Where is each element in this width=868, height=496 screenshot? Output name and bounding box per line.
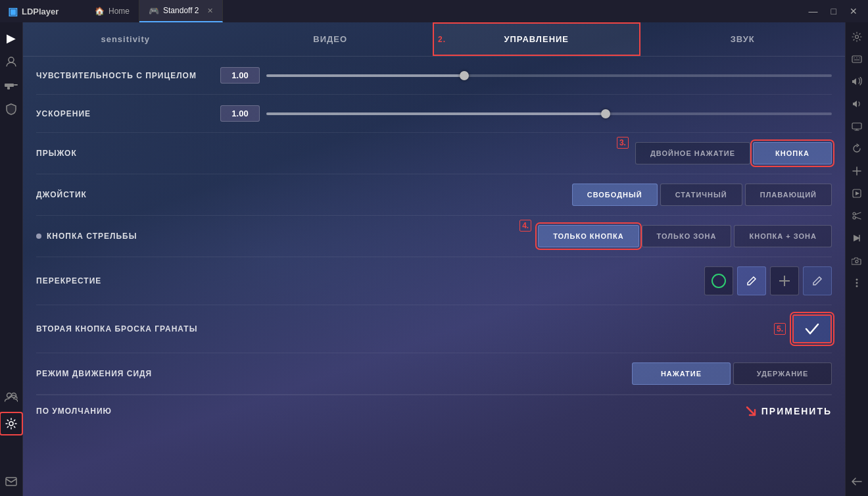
svg-point-31 — [856, 282, 858, 284]
joystick-controls: СВОБОДНЫЙ СТАТИЧНЫЙ ПЛАВАЮЩИЙ — [220, 184, 832, 206]
rs-keyboard[interactable] — [848, 50, 866, 68]
minimize-btn[interactable]: — — [805, 5, 822, 18]
crouch-mode-row: РЕЖИМ ДВИЖЕНИЯ СИДЯ НАЖАТИЕ УДЕРЖАНИЕ — [36, 353, 832, 395]
tab-sound-label: ЗВУК — [731, 34, 755, 44]
sensitivity-thumb[interactable] — [460, 71, 469, 80]
left-sidebar: ▶ — [0, 22, 23, 496]
sidebar-gun[interactable] — [2, 76, 20, 95]
fire-button-row: КНОПКА СТРЕЛЬБЫ 4. ТОЛЬКО КНОПКА ТОЛЬКО … — [36, 216, 832, 257]
sidebar-mail[interactable] — [2, 472, 20, 491]
jump-label: ПРЫЖОК — [36, 149, 220, 158]
acceleration-track[interactable] — [266, 112, 832, 115]
sidebar-user[interactable] — [2, 53, 20, 71]
joystick-label: ДЖОЙСТИК — [36, 190, 220, 199]
right-sidebar — [845, 22, 868, 496]
acceleration-label: УСКОРЕНИЕ — [36, 109, 220, 118]
tab-home[interactable]: 🏠 Home — [85, 0, 139, 22]
apply-button[interactable]: ПРИМЕНИТЬ — [761, 406, 832, 416]
sensitivity-slider-container: 1.00 — [220, 67, 832, 84]
jump-button[interactable]: КНОПКА — [753, 142, 832, 164]
svg-rect-2 — [14, 84, 18, 86]
fire-button-only[interactable]: ТОЛЬКО КНОПКА — [538, 225, 639, 247]
rs-record[interactable] — [848, 184, 866, 203]
jump-row: ПРЫЖОК 3. ДВОЙНОЕ НАЖАТИЕ КНОПКА — [36, 133, 832, 174]
tab-close-icon[interactable]: ✕ — [207, 7, 213, 15]
rs-settings[interactable] — [848, 28, 866, 46]
default-label: ПО УМОЛЧАНИЮ — [36, 407, 220, 416]
grenade-controls: 5. — [220, 314, 832, 343]
sidebar-settings[interactable] — [0, 412, 23, 435]
svg-point-30 — [856, 279, 858, 281]
sidebar-shield[interactable] — [2, 100, 20, 118]
rs-more[interactable] — [848, 274, 866, 292]
grenade-label: ВТОРАЯ КНОПКА БРОСКА ГРАНАТЫ — [36, 324, 220, 334]
crouch-mode-label: РЕЖИМ ДВИЖЕНИЯ СИДЯ — [36, 369, 220, 378]
grenade-annotation: 5. — [774, 323, 786, 335]
rs-camera[interactable] — [848, 251, 866, 270]
apply-row: ПО УМОЛЧАНИЮ ПРИМЕНИТЬ — [36, 395, 832, 427]
rs-rotate[interactable] — [848, 139, 866, 158]
tab-standoff[interactable]: 🎮 Standoff 2 ✕ — [139, 0, 223, 22]
svg-line-26 — [856, 217, 861, 219]
sidebar-users[interactable] — [2, 388, 20, 407]
maximize-btn[interactable]: □ — [827, 5, 840, 18]
svg-point-29 — [856, 260, 858, 262]
tab-video-label: ВИДЕО — [313, 34, 347, 44]
crouch-hold[interactable]: УДЕРЖАНИЕ — [733, 362, 832, 385]
svg-point-32 — [856, 285, 858, 287]
joystick-static[interactable]: СТАТИЧНЫЙ — [660, 184, 742, 206]
rs-back[interactable] — [848, 472, 866, 491]
tab-standoff-label: Standoff 2 — [163, 6, 199, 15]
rs-scissors[interactable] — [848, 207, 866, 225]
crouch-mode-controls: НАЖАТИЕ УДЕРЖАНИЕ — [220, 362, 832, 385]
tab-bar: sensitivity ВИДЕО 2. УПРАВЛЕНИЕ ЗВУК — [23, 22, 845, 57]
app-name: LDPlayer — [22, 7, 59, 16]
fire-dot — [36, 234, 41, 239]
grenade-check-container: 5. — [792, 314, 832, 343]
grenade-check-btn[interactable] — [792, 314, 832, 343]
svg-line-25 — [856, 212, 861, 214]
sensitivity-fill — [266, 74, 464, 77]
window-controls: — □ ✕ — [805, 5, 868, 18]
joystick-free[interactable]: СВОБОДНЫЙ — [572, 184, 658, 206]
content-area: sensitivity ВИДЕО 2. УПРАВЛЕНИЕ ЗВУК ЧУВ… — [23, 22, 845, 496]
fire-button-zone[interactable]: КНОПКА + ЗОНА — [734, 225, 832, 247]
crouch-press[interactable]: НАЖАТИЕ — [632, 362, 731, 385]
svg-rect-11 — [852, 56, 861, 62]
rs-playback[interactable] — [848, 229, 866, 247]
joystick-floating[interactable]: ПЛАВАЮЩИЙ — [745, 184, 832, 206]
svg-point-23 — [853, 212, 856, 215]
main-layout: ▶ — [0, 22, 868, 496]
jump-double-tap[interactable]: ДВОЙНОЕ НАЖАТИЕ — [635, 142, 750, 164]
tab-video[interactable]: ВИДЕО — [228, 24, 433, 55]
fire-button-label: КНОПКА СТРЕЛЬБЫ — [36, 232, 220, 241]
sidebar-play[interactable]: ▶ — [2, 29, 20, 47]
app-logo: ▣ LDPlayer — [0, 5, 85, 18]
rs-display[interactable] — [848, 117, 866, 136]
fire-label-text: КНОПКА СТРЕЛЬБЫ — [47, 232, 137, 241]
tab-game[interactable]: sensitivity — [23, 24, 228, 55]
sensitivity-row: ЧУВСТВИТЕЛЬНОСТЬ С ПРИЦЕЛОМ 1.00 — [36, 57, 832, 95]
crosshair-edit-btn2[interactable] — [803, 266, 832, 295]
tab-control[interactable]: 2. УПРАВЛЕНИЕ — [433, 22, 640, 56]
rs-add[interactable] — [848, 162, 866, 180]
sensitivity-track[interactable] — [266, 74, 832, 77]
titlebar: ▣ LDPlayer 🏠 Home 🎮 Standoff 2 ✕ — □ ✕ — [0, 0, 868, 22]
rs-volume-up[interactable] — [848, 72, 866, 91]
crosshair-circle-display — [704, 266, 733, 295]
crosshair-circle-shape — [711, 274, 726, 288]
rs-volume-down[interactable] — [848, 95, 866, 113]
game-icon: 🎮 — [149, 6, 159, 16]
fire-zone-only[interactable]: ТОЛЬКО ЗОНА — [642, 225, 732, 247]
settings-content: ЧУВСТВИТЕЛЬНОСТЬ С ПРИЦЕЛОМ 1.00 УСКОРЕН… — [23, 57, 845, 496]
acceleration-thumb[interactable] — [601, 109, 610, 118]
tab-sound[interactable]: ЗВУК — [640, 24, 846, 55]
crosshair-edit-btn[interactable] — [737, 266, 766, 295]
svg-rect-1 — [5, 84, 14, 87]
acceleration-value: 1.00 — [220, 105, 260, 122]
svg-rect-7 — [6, 478, 16, 485]
svg-point-0 — [9, 57, 14, 62]
acceleration-controls: 1.00 — [220, 105, 832, 122]
close-btn[interactable]: ✕ — [846, 5, 861, 18]
crouch-btn-group: НАЖАТИЕ УДЕРЖАНИЕ — [632, 362, 832, 385]
